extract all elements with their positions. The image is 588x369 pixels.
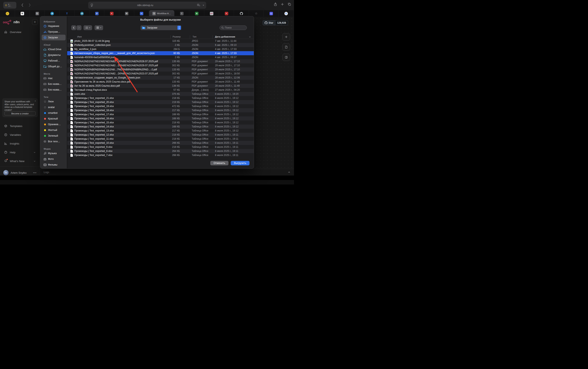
file-row[interactable]: %D0%97%D0%B0%D0%BA%D1%8…7%D0%B8%D0%B8%20… — [67, 68, 254, 71]
finder-back-button[interactable] — [71, 25, 76, 30]
finder-sidebar-item-фильмы[interactable]: Фильмы — [42, 162, 65, 168]
reader-view-icon[interactable] — [90, 3, 93, 7]
search-field[interactable] — [220, 25, 247, 30]
file-row[interactable]: Промокоды | Test_exported_7.xlsx268 КБТа… — [67, 153, 254, 157]
sidebar-item-overview[interactable]: Overview — [2, 29, 38, 35]
finder-sidebar-item-рабочий-[interactable]: Рабочий… — [42, 58, 65, 64]
file-row[interactable]: Тестовый стенд Paytool.docx57 КБДокум…(.… — [67, 88, 254, 92]
tab-4[interactable] — [45, 10, 60, 17]
finder-sidebar-item-загрузки[interactable]: Загрузки — [42, 35, 65, 40]
tab-16[interactable] — [234, 10, 249, 17]
finder-sidebar-item-icloud-drive[interactable]: iCloud Drive — [42, 47, 65, 52]
share-icon[interactable] — [274, 2, 277, 6]
sidebar-item-insights[interactable]: Insights — [2, 140, 38, 147]
toggle-panel-button[interactable] — [282, 54, 290, 61]
sidebar-item-whats-new[interactable]: What’s New — [2, 158, 38, 165]
tab-19[interactable]: G — [279, 10, 294, 17]
file-row[interactable]: Промокоды | Test_exported_20.xlsx219 КБТ… — [67, 100, 254, 104]
finder-sidebar-item-без-назва-[interactable]: Без назва… — [42, 81, 65, 87]
finder-sidebar-item-красный[interactable]: Красный — [42, 116, 65, 121]
tab-6[interactable] — [74, 10, 89, 17]
tab-8[interactable] — [104, 10, 119, 17]
sidebar-item-variables[interactable]: Variables — [2, 131, 38, 138]
file-row[interactable]: Приложение № 26 за июль 2025 Снытко.docx… — [67, 80, 254, 84]
tab-3[interactable]: G — [30, 10, 45, 17]
file-row[interactable]: Profanity.postman_collection.json2 КБJSO… — [67, 43, 254, 47]
tab-9[interactable]: M — [119, 10, 134, 17]
file-row[interactable]: Промокоды | Test_exported_17.xlsx168 КБТ… — [67, 112, 254, 116]
add-node-button[interactable] — [282, 33, 290, 40]
file-row[interactable]: Промокоды | Test_exported_11.xlsx218 КБТ… — [67, 137, 254, 141]
tab-7[interactable] — [89, 10, 104, 17]
finder-sidebar-item-оранжев-[interactable]: Оранжев… — [42, 121, 65, 127]
file-row[interactable]: My_workflow_2.json284 БJSON4 авг. 2025 г… — [67, 47, 254, 51]
file-row[interactable]: %D0%A1%D1%87%D1%91%D1%82…D0%BE%D1%82%202… — [67, 63, 254, 68]
tab-14[interactable] — [204, 10, 219, 17]
github-star-widget[interactable]: Star 128,928 — [262, 20, 288, 25]
become-creator-button[interactable]: Become a creator — [4, 111, 35, 115]
file-row[interactable]: Промокоды | Test_exported_9.xlsx218 КБТа… — [67, 145, 254, 149]
column-name[interactable]: Имя — [77, 35, 82, 38]
finder-sidebar-item-музыка[interactable]: Музыка — [42, 150, 65, 156]
finder-forward-button[interactable] — [77, 25, 82, 30]
file-row[interactable]: Промокоды | Test_exported_14.xlsx168 КБТ… — [67, 125, 254, 129]
file-row[interactable]: Промокоды | Test_exported_16.xlsx168 КБТ… — [67, 116, 254, 120]
tab-overview-icon[interactable] — [288, 3, 291, 6]
finder-sidebar-item-avatar[interactable]: avatar — [42, 104, 65, 110]
finder-sidebar-item-желтый[interactable]: Желтый — [42, 127, 65, 133]
translate-icon[interactable] — [197, 4, 200, 7]
sidebar-item-help[interactable]: Help — [2, 149, 38, 156]
add-workflow-button[interactable]: + — [32, 19, 38, 25]
file-row[interactable]: %D0%A1%D1%87%D1%91%D1%82…D0%BE%D1%82%202… — [67, 59, 254, 63]
add-sticky-button[interactable] — [282, 43, 290, 51]
logs-panel[interactable]: Logs — [40, 169, 294, 176]
finder-sidebar-item-недавние[interactable]: Недавние — [42, 23, 65, 29]
column-type[interactable]: Тип — [192, 35, 196, 38]
finder-sidebar-item-леон[interactable]: Леон — [42, 99, 65, 104]
finder-sidebar-item-все-теги-[interactable]: Все теги… — [42, 139, 65, 144]
file-row[interactable]: Промокоды | Test_exported_18.xlsx217 КБТ… — [67, 108, 254, 112]
tab-13[interactable] — [189, 10, 204, 17]
column-size[interactable]: Размер — [153, 35, 181, 38]
tab-12[interactable]: I — [174, 10, 189, 17]
finder-sidebar-item-фото[interactable]: Фото — [42, 156, 65, 162]
user-options-icon[interactable]: ••• — [33, 171, 37, 174]
tab-2[interactable]: N — [15, 10, 30, 17]
search-input[interactable] — [225, 26, 243, 29]
sidebar-item-templates[interactable]: Templates — [2, 122, 38, 130]
tab-18[interactable] — [264, 10, 279, 17]
file-row[interactable]: photo_2025-08-07 11.44.54.jpeg115 КБJPEG… — [67, 39, 254, 43]
file-row[interactable]: Промокоды | Test_exported_10.xlsx266 КБТ… — [67, 141, 254, 145]
finder-sidebar-item-програм-[interactable]: Програм… — [42, 29, 65, 35]
browser-profile-button[interactable]: P… Sm… — [3, 2, 16, 9]
tab-1[interactable]: ☺ — [0, 10, 15, 17]
tab-5[interactable]: T — [60, 10, 74, 17]
forward-button[interactable] — [27, 2, 32, 8]
file-row[interactable]: Промокоды | Test_exported_21.xlsx218 КБТ… — [67, 96, 254, 100]
file-row[interactable]: Автоматическое_создание_видео_из_Google_… — [67, 76, 254, 80]
file-row[interactable]: homelab-450308-6ad1a55b593d.json2 КБJSON… — [67, 55, 254, 59]
file-row[interactable]: Промокоды | Test_exported_8.xlsx264 КБТа… — [67, 149, 254, 153]
file-row[interactable]: Промокоды | Test_exported_12.xlsx218 КБТ… — [67, 133, 254, 137]
column-date[interactable]: Дата добавления — [215, 35, 235, 38]
list-view-button[interactable] — [84, 25, 92, 30]
back-button[interactable] — [20, 2, 25, 8]
chevron-up-icon[interactable] — [288, 171, 290, 173]
upload-button[interactable]: Выгрузить — [231, 161, 250, 165]
file-row[interactable]: Автоматизация_сбора_лидов_рес…_знаний_дл… — [67, 51, 254, 55]
cancel-button[interactable]: Отменить — [210, 161, 229, 165]
finder-sidebar-item-документы[interactable]: Документы — [42, 52, 65, 58]
file-row[interactable]: %D0%A1%D1%87%D1%91%D1%82…D0%BE%D1%82%202… — [67, 71, 254, 76]
tab-active[interactable]: SWorkflow A… — [149, 10, 174, 17]
finder-sidebar-item-без-назва-[interactable]: Без назва… — [42, 87, 65, 93]
group-view-button[interactable] — [94, 25, 103, 30]
tab-17[interactable]: ☆ — [249, 10, 264, 17]
tab-15[interactable] — [219, 10, 234, 17]
file-row[interactable]: Акт № 26 за июль 2025 Снытко.docx.pdf136… — [67, 84, 254, 88]
file-row[interactable]: Промокоды | Test_exported_15.xlsx218 КБТ… — [67, 120, 254, 125]
folder-stepper[interactable] — [178, 26, 181, 30]
file-row[interactable]: users.xlsx375 КБТаблица Office8 июля 202… — [67, 92, 254, 96]
folder-dropdown[interactable]: Загрузки — [140, 25, 181, 30]
file-row[interactable]: Промокоды | Test_exported_13.xlsx217 КБТ… — [67, 129, 254, 133]
address-bar[interactable]: n8n.sbmvp.ru × — [88, 2, 206, 9]
